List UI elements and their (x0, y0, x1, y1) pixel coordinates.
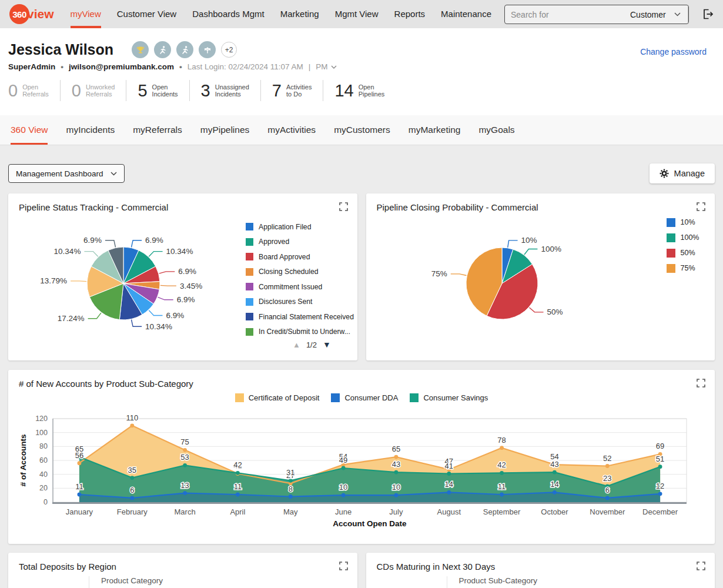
chevron-down-icon (331, 65, 337, 69)
card-pipeline-status: Pipeline Status Tracking - Commercial 6.… (8, 193, 357, 360)
legend-item[interactable]: 75% (667, 260, 699, 276)
tab-myreferrals[interactable]: myReferrals (133, 115, 182, 145)
more-badges-button[interactable]: +2 (221, 42, 237, 58)
user-email: jwilson@premiumbank.com (69, 62, 174, 71)
pie-chart-closing-probability[interactable]: 10%100%50%75% (366, 193, 715, 360)
svg-text:10: 10 (392, 483, 400, 492)
legend-page-indicator: 1/2 (306, 340, 317, 349)
manage-button[interactable]: Manage (650, 163, 715, 183)
stat-unworked-referrals[interactable]: 0 UnworkedReferrals (72, 81, 115, 101)
tab-myincidents[interactable]: myIncidents (66, 115, 115, 145)
svg-text:September: September (483, 507, 521, 516)
global-search: Customer (504, 5, 689, 24)
change-password-link[interactable]: Change password (640, 47, 707, 56)
stat-open-pipelines[interactable]: 14 OpenPipelines (334, 81, 384, 101)
svg-text:78: 78 (497, 436, 506, 445)
nav-item-dashboards-mgmt[interactable]: Dashboards Mgmt (192, 0, 265, 28)
svg-text:6.9%: 6.9% (83, 236, 102, 245)
legend-item[interactable]: Certificate of Deposit (235, 393, 320, 402)
runner-badge-icon (176, 41, 193, 58)
tab-mypipelines[interactable]: myPipelines (200, 115, 250, 145)
legend-item[interactable]: 50% (667, 245, 699, 260)
app-logo[interactable]: 360 view (9, 4, 54, 24)
legend-item[interactable]: Approved (246, 235, 354, 250)
svg-text:69: 69 (656, 442, 664, 450)
svg-text:14: 14 (445, 480, 453, 489)
svg-text:11: 11 (234, 482, 242, 491)
legend-item[interactable]: Closing Scheduled (246, 265, 354, 280)
svg-text:53: 53 (180, 453, 189, 462)
user-role: SuperAdmin (8, 62, 55, 71)
svg-text:January: January (66, 507, 93, 516)
legend-item[interactable]: Consumer DDA (331, 393, 398, 402)
svg-text:Account Open Date: Account Open Date (333, 519, 407, 528)
nav-item-marketing[interactable]: Marketing (280, 0, 319, 28)
svg-text:December: December (642, 507, 678, 516)
legend-item[interactable]: In Credit/Submit to Underw... (246, 325, 354, 340)
search-button[interactable] (688, 5, 689, 24)
table-column-divider (89, 576, 89, 588)
svg-text:23: 23 (603, 474, 611, 483)
svg-text:43: 43 (550, 460, 558, 469)
svg-text:8: 8 (289, 485, 293, 493)
tab-mymarketing[interactable]: myMarketing (409, 115, 461, 145)
search-input[interactable] (505, 10, 623, 19)
nav-item-myview[interactable]: myView (71, 0, 101, 28)
stat-unassigned-incidents[interactable]: 3 UnassignedIncidents (201, 81, 249, 101)
stat-open-incidents[interactable]: 5 OpenIncidents (138, 81, 178, 101)
legend-item[interactable]: 10% (667, 215, 699, 230)
search-scope-value: Customer (630, 10, 666, 19)
nav-item-mgmt-view[interactable]: Mgmt View (335, 0, 379, 28)
svg-text:40: 40 (39, 470, 48, 479)
search-scope-select[interactable]: Customer (623, 10, 688, 19)
legend-page-down-icon[interactable]: ▼ (323, 340, 331, 349)
chevron-down-icon (674, 12, 681, 16)
trophy-badge-icon (132, 41, 149, 58)
svg-text:# of Accounts: # of Accounts (19, 435, 28, 487)
tab-360-view[interactable]: 360 View (11, 115, 48, 145)
dashboard-select[interactable]: Management Dashboard (8, 164, 125, 183)
legend-item[interactable]: Disclosures Sent (246, 295, 354, 310)
branch-arrows-badge-icon (199, 41, 216, 58)
expand-icon[interactable] (697, 562, 705, 570)
svg-text:80: 80 (39, 442, 48, 450)
dashboard-select-value: Management Dashboard (16, 169, 103, 178)
nav-item-customer-view[interactable]: Customer View (117, 0, 176, 28)
last-login: Last Login: 02/24/2024 11:07 AM (188, 62, 303, 71)
legend-page-up-icon[interactable]: ▲ (293, 340, 300, 349)
nav-item-reports[interactable]: Reports (394, 0, 426, 28)
chevron-down-icon (111, 172, 117, 176)
svg-text:13: 13 (180, 481, 189, 490)
pie1-legend: Application Filed Approved Board Approve… (246, 219, 354, 339)
area-legend: Certificate of Deposit Consumer DDA Cons… (8, 393, 715, 402)
card-total-deposits: Total Deposits by Region Product Categor… (8, 553, 357, 588)
logout-button[interactable] (701, 7, 715, 24)
logo-circle: 360 (9, 4, 29, 24)
expand-icon[interactable] (339, 562, 348, 570)
legend-item[interactable]: Financial Statement Received (246, 309, 354, 325)
svg-text:35: 35 (128, 466, 136, 475)
legend-item[interactable]: Commitment Issued (246, 279, 354, 295)
svg-text:50%: 50% (547, 308, 563, 316)
svg-text:May: May (283, 507, 298, 516)
svg-text:75%: 75% (431, 269, 447, 278)
svg-text:42: 42 (497, 460, 506, 469)
table-column-header: Product Category (95, 576, 163, 585)
nav-item-maintenance[interactable]: Maintenance (441, 0, 491, 28)
svg-text:12: 12 (656, 482, 664, 490)
view-tabs: 360 View myIncidents myReferrals myPipel… (0, 115, 723, 145)
stat-activities-to-do[interactable]: 7 Activitiesto Do (272, 81, 312, 101)
legend-item[interactable]: Consumer Savings (410, 393, 488, 402)
svg-text:10: 10 (339, 483, 347, 492)
tab-mycustomers[interactable]: myCustomers (334, 115, 390, 145)
legend-item[interactable]: Application Filed (246, 219, 354, 235)
card-new-accounts: # of New Accounts by Product Sub-Categor… (8, 370, 715, 544)
period-toggle[interactable]: PM (316, 62, 336, 71)
legend-item[interactable]: 100% (667, 230, 699, 245)
stat-open-referrals[interactable]: 0 OpenReferrals (8, 81, 49, 101)
tab-myactivities[interactable]: myActivities (267, 115, 316, 145)
svg-text:August: August (437, 507, 461, 516)
legend-item[interactable]: Board Approved (246, 249, 354, 265)
tab-mygoals[interactable]: myGoals (478, 115, 514, 145)
card-title: CDs Maturing in Next 30 Days (377, 562, 496, 572)
